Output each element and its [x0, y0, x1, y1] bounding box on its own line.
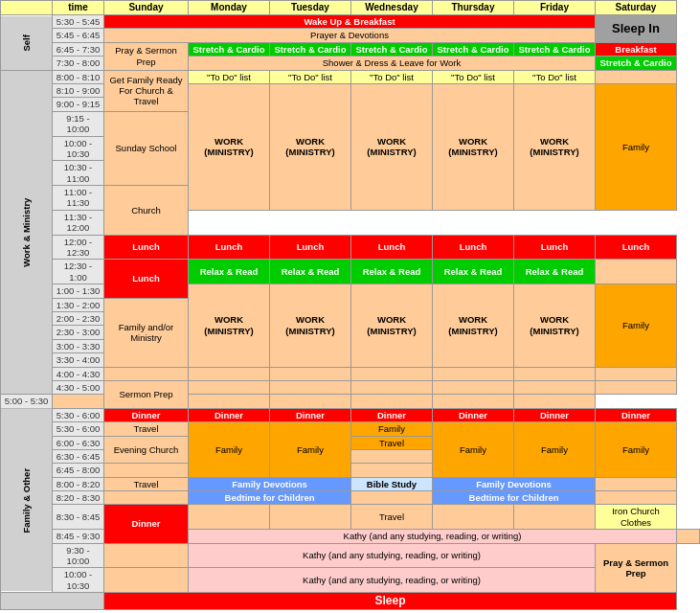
- time-830-845: 8:30 - 8:45: [53, 505, 104, 530]
- blank-fri-late: [514, 505, 596, 530]
- pray-sermon-prep-early: Pray & Sermon Prep: [104, 42, 189, 70]
- blank-fri-3: [514, 367, 596, 380]
- dinner-sun: Dinner: [104, 408, 189, 421]
- blank-wed-3: [351, 367, 433, 380]
- dinner-wed: Dinner: [351, 408, 433, 421]
- monday-header: Monday: [189, 1, 270, 15]
- time-430-500: 4:30 - 5:00: [53, 380, 104, 394]
- time-600-630: 6:00 - 6:30: [53, 436, 104, 449]
- blank-sat-1: [596, 70, 677, 83]
- blank-sat-kathy: [677, 530, 700, 543]
- wednesday-header: Wednesday: [351, 1, 433, 15]
- tuesday-header: Tuesday: [270, 1, 351, 15]
- relax-tue: Relax & Read: [270, 260, 351, 284]
- todo-mon-1: "To Do" list: [189, 70, 270, 83]
- kathy-studying-2: Kathy (and any studying, reading, or wri…: [189, 543, 596, 568]
- prayer-devotions: Prayer & Devotions: [104, 29, 596, 42]
- time-200-230: 2:00 - 2:30: [53, 311, 104, 325]
- time-100-130: 1:00 - 1:30: [53, 284, 104, 298]
- work-min-fri-2: WORK (MINISTRY): [514, 284, 596, 367]
- todo-fri-1: "To Do" list: [514, 70, 596, 83]
- family-dev-mon-tue: Family Devotions: [189, 477, 351, 490]
- blank-mon-4: [189, 380, 270, 394]
- lunch-thu: Lunch: [433, 235, 514, 260]
- breakfast-sat: Breakfast: [596, 42, 677, 56]
- blank-sun-bed: [104, 491, 189, 505]
- blank-sat-bed: [596, 491, 677, 505]
- blank-tue-5: [189, 395, 270, 408]
- blank-sat-dev: [596, 477, 677, 490]
- pray-sermon-prep-sat: Pray & Sermon Prep: [596, 543, 677, 593]
- time-820-830: 8:20 - 8:30: [53, 491, 104, 505]
- stretch-thu: Stretch & Cardio: [433, 42, 514, 56]
- time-800-820: 8:00 - 8:20: [53, 477, 104, 490]
- family-sat-1: Family: [596, 83, 677, 210]
- blank-tue-3: [270, 367, 351, 380]
- blank-thu-4: [433, 380, 514, 394]
- dinner-tue: Dinner: [270, 408, 351, 421]
- todo-tue-1: "To Do" list: [270, 70, 351, 83]
- family-wed-ev1: Family: [351, 422, 433, 436]
- blank-mon-late: [189, 505, 270, 530]
- blank-sat-2: [596, 260, 677, 284]
- blank-tue-late: [270, 505, 351, 530]
- work-min-wed-1: WORK (MINISTRY): [351, 83, 433, 210]
- work-min-fri-1: WORK (MINISTRY): [514, 83, 596, 210]
- time-1230-100: 12:30 - 1:00: [53, 260, 104, 284]
- work-min-thu-2: WORK (MINISTRY): [433, 284, 514, 367]
- dinner-sun-late: Dinner: [104, 505, 189, 543]
- todo-thu-1: "To Do" list: [433, 70, 514, 83]
- time-530-600: 5:30 - 6:00: [53, 408, 104, 421]
- blank-wed-ev: [351, 449, 433, 463]
- lunch-sat: Lunch: [596, 235, 677, 260]
- work-min-mon-2: WORK (MINISTRY): [189, 284, 270, 367]
- kathy-studying: Kathy (and any studying, reading, or wri…: [189, 530, 677, 543]
- time-530-600b: 5:30 - 6:00: [53, 422, 104, 436]
- time-500-530: 5:00 - 5:30: [1, 395, 53, 408]
- blank-thu-3: [433, 367, 514, 380]
- blank-fri-5: [433, 395, 514, 408]
- thursday-header: Thursday: [433, 1, 514, 15]
- blank-wed-ev2: [351, 464, 433, 477]
- blank-thu-late: [433, 505, 514, 530]
- time-1200-1230: 12:00 - 12:30: [53, 235, 104, 260]
- time-300-330: 3:00 - 3:30: [53, 339, 104, 352]
- work-min-mon-1: WORK (MINISTRY): [189, 83, 270, 210]
- work-ministry-section: Work & Ministry: [1, 70, 53, 395]
- work-min-wed-2: WORK (MINISTRY): [351, 284, 433, 367]
- time-530-545: 5:30 - 5:45: [53, 15, 104, 29]
- family-tue-ev: Family: [270, 422, 351, 478]
- evening-church-sun: Evening Church: [104, 436, 189, 464]
- lunch-tue: Lunch: [270, 235, 351, 260]
- stretch-wed: Stretch & Cardio: [351, 42, 433, 56]
- sermon-prep-sun: Sermon Prep: [104, 380, 189, 408]
- blank-thu-5: [351, 395, 433, 408]
- bedtime-mon-tue: Bedtime for Children: [189, 491, 351, 505]
- time-230-300: 2:30 - 3:00: [53, 326, 104, 339]
- shower-dress: Shower & Dress & Leave for Work: [189, 57, 596, 70]
- lunch-wed: Lunch: [351, 235, 433, 260]
- time-645-730: 6:45 - 7:30: [53, 42, 104, 56]
- blank-mon-3: [189, 367, 270, 380]
- travel-sun-2: Travel: [104, 477, 189, 490]
- iron-church-clothes: Iron Church Clothes: [596, 505, 677, 530]
- family-ministry-sun: Family and/or Ministry: [104, 298, 189, 367]
- travel-wed-1: Travel: [351, 436, 433, 449]
- lunch-sun-2: Lunch: [104, 260, 189, 298]
- church: Church: [104, 186, 189, 236]
- bible-study-wed: Bible Study: [351, 477, 433, 490]
- lunch-fri: Lunch: [514, 235, 596, 260]
- family-mon-ev: Family: [189, 422, 270, 478]
- time-400-430: 4:00 - 4:30: [53, 367, 104, 380]
- time-1100-1130: 11:00 - 11:30: [53, 186, 104, 211]
- family-thu-ev: Family: [433, 422, 514, 478]
- relax-wed: Relax & Read: [351, 260, 433, 284]
- travel-sun-1: Travel: [104, 422, 189, 436]
- time-845-930: 8:45 - 9:30: [53, 530, 104, 543]
- bedtime-thu-fri: Bedtime for Children: [433, 491, 596, 505]
- family-sat-2: Family: [596, 284, 677, 367]
- blank-sun-3: [104, 367, 189, 380]
- time-810-900: 8:10 - 9:00: [53, 83, 104, 97]
- work-min-tue-2: WORK (MINISTRY): [270, 284, 351, 367]
- work-min-thu-1: WORK (MINISTRY): [433, 83, 514, 210]
